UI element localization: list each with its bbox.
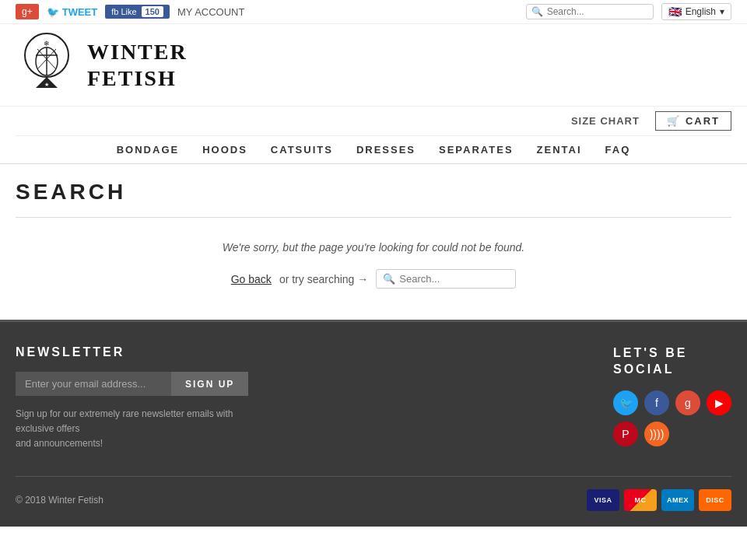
logo-image: ❄ ★: [16, 32, 78, 98]
email-row: SIGN UP: [16, 372, 613, 396]
nav-bondage[interactable]: BONDAGE: [117, 144, 179, 156]
visa-icon: VISA: [587, 489, 619, 511]
header-search-box: 🔍: [526, 4, 654, 19]
social-section: LET'S BE SOCIAL 🐦 f g ▶ P )))): [613, 345, 731, 453]
payment-icons: VISA MC AMEX DISC: [587, 489, 731, 511]
footer-bottom: © 2018 Winter Fetish VISA MC AMEX DISC: [16, 476, 731, 511]
newsletter-title: NEWSLETTER: [16, 345, 613, 359]
gplus-icon: g+: [22, 6, 33, 17]
cart-button[interactable]: 🛒 CART: [655, 111, 731, 131]
logo-text: Winter Fetish: [87, 39, 188, 91]
twitter-social-link[interactable]: 🐦: [613, 390, 638, 415]
header-search-input[interactable]: [547, 6, 648, 17]
go-back-label: Go back: [231, 273, 272, 285]
site-header: ❄ ★ Winter Fetish: [0, 24, 747, 107]
language-selector[interactable]: 🇬🇧 English ▾: [661, 3, 731, 20]
social-title: LET'S BE SOCIAL: [613, 345, 731, 378]
fb-count: 150: [142, 6, 163, 17]
nav-hoods[interactable]: HOODS: [202, 144, 247, 156]
svg-text:★: ★: [44, 82, 49, 88]
newsletter-description: Sign up for our extremely rare newslette…: [16, 407, 265, 452]
tweet-link[interactable]: 🐦 TWEET: [47, 6, 98, 18]
tweet-label: TWEET: [62, 6, 98, 18]
copyright-text: © 2018 Winter Fetish: [16, 495, 103, 506]
fb-label: fb Like: [111, 7, 136, 16]
main-navigation: SIZE CHART 🛒 CART BONDAGE HOODS CATSUITS…: [0, 107, 747, 164]
nav-zentai[interactable]: ZENTAI: [537, 144, 582, 156]
logo-area[interactable]: ❄ ★ Winter Fetish: [16, 32, 188, 98]
google-social-link[interactable]: g: [675, 390, 700, 415]
nav-separates[interactable]: SEPARATES: [439, 144, 514, 156]
signup-button[interactable]: SIGN UP: [171, 372, 248, 396]
amex-icon: AMEX: [661, 489, 694, 511]
discover-icon: DISC: [699, 489, 731, 511]
gplus-button[interactable]: g+: [16, 4, 39, 19]
page-title: SEARCH: [16, 180, 731, 218]
facebook-social-link[interactable]: f: [644, 390, 669, 415]
social-icons-row-2: P )))): [613, 422, 731, 446]
size-chart-label: SIZE CHART: [571, 115, 640, 127]
footer: NEWSLETTER SIGN UP Sign up for our extre…: [0, 322, 747, 527]
social-icons-row-1: 🐦 f g ▶: [613, 390, 731, 415]
pinterest-social-link[interactable]: P: [613, 422, 638, 446]
top-bar-right: 🔍 🇬🇧 English ▾: [526, 3, 731, 20]
or-try-searching-text: or try searching →: [279, 273, 368, 285]
cart-label: CART: [686, 115, 720, 127]
footer-top: NEWSLETTER SIGN UP Sign up for our extre…: [16, 345, 731, 453]
nav-dresses[interactable]: DRESSES: [356, 144, 416, 156]
svg-text:❄: ❄: [44, 40, 50, 47]
youtube-social-link[interactable]: ▶: [707, 390, 731, 415]
nav-top-row: SIZE CHART 🛒 CART: [16, 107, 731, 136]
logo-line1: Winter: [87, 39, 188, 65]
nav-catsuits[interactable]: CATSUITS: [271, 144, 333, 156]
not-found-search-row: Go back or try searching → 🔍: [16, 269, 731, 289]
go-back-link[interactable]: Go back: [231, 273, 272, 285]
top-bar-left: g+ 🐦 TWEET fb Like 150 MY ACCOUNT: [16, 4, 244, 19]
language-label: English: [686, 6, 716, 17]
signup-label: SIGN UP: [185, 379, 234, 390]
mastercard-icon: MC: [624, 489, 657, 511]
twitter-icon: 🐦: [47, 6, 59, 18]
my-account-link[interactable]: MY ACCOUNT: [177, 6, 244, 18]
main-content: SEARCH We're sorry, but the page you're …: [0, 164, 747, 322]
flag-icon: 🇬🇧: [668, 5, 682, 18]
email-input[interactable]: [16, 372, 171, 396]
chevron-down-icon: ▾: [720, 6, 724, 17]
my-account-label: MY ACCOUNT: [177, 6, 244, 18]
nav-faq[interactable]: FAQ: [605, 144, 631, 156]
size-chart-link[interactable]: SIZE CHART: [571, 115, 640, 127]
logo-line2: Fetish: [87, 65, 188, 92]
rss-social-link[interactable]: )))): [644, 422, 669, 446]
nav-items: BONDAGE HOODS CATSUITS DRESSES SEPARATES…: [16, 136, 731, 163]
top-bar: g+ 🐦 TWEET fb Like 150 MY ACCOUNT 🔍 🇬🇧 E…: [0, 0, 747, 24]
search-icon: 🔍: [531, 6, 543, 17]
cart-icon: 🛒: [667, 115, 681, 127]
newsletter-section: NEWSLETTER SIGN UP Sign up for our extre…: [16, 345, 613, 453]
not-found-message: We're sorry, but the page you're looking…: [16, 241, 731, 254]
search-icon: 🔍: [383, 273, 395, 285]
inline-search-input[interactable]: [399, 273, 508, 285]
fb-like-button[interactable]: fb Like 150: [105, 5, 170, 19]
inline-search-box: 🔍: [376, 269, 516, 289]
